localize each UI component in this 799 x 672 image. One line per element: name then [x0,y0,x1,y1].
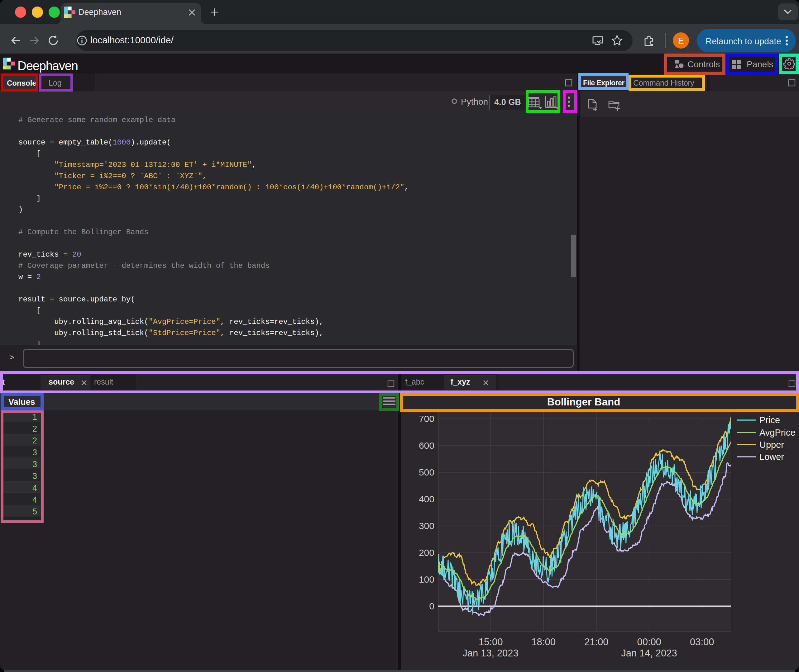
svg-text:300: 300 [419,521,435,531]
svg-text:200: 200 [419,547,435,558]
svg-text:03:00: 03:00 [690,637,714,647]
svg-text:500: 500 [419,467,435,477]
svg-text:600: 600 [419,440,435,451]
svg-text:Jan 13, 2023: Jan 13, 2023 [462,648,518,659]
svg-text:AvgPrice: AvgPrice [759,427,796,437]
svg-text:18:00: 18:00 [531,637,556,647]
svg-text:0: 0 [429,601,435,611]
svg-text:Upper: Upper [759,440,784,450]
svg-text:15:00: 15:00 [479,637,503,647]
svg-text:700: 700 [419,414,435,424]
svg-text:00:00: 00:00 [637,637,661,647]
svg-text:100: 100 [419,574,435,584]
svg-text:Lower: Lower [759,452,784,462]
svg-text:Price: Price [759,415,780,425]
svg-text:21:00: 21:00 [584,637,609,647]
svg-text:400: 400 [419,494,435,504]
svg-text:Jan 14, 2023: Jan 14, 2023 [621,648,677,659]
